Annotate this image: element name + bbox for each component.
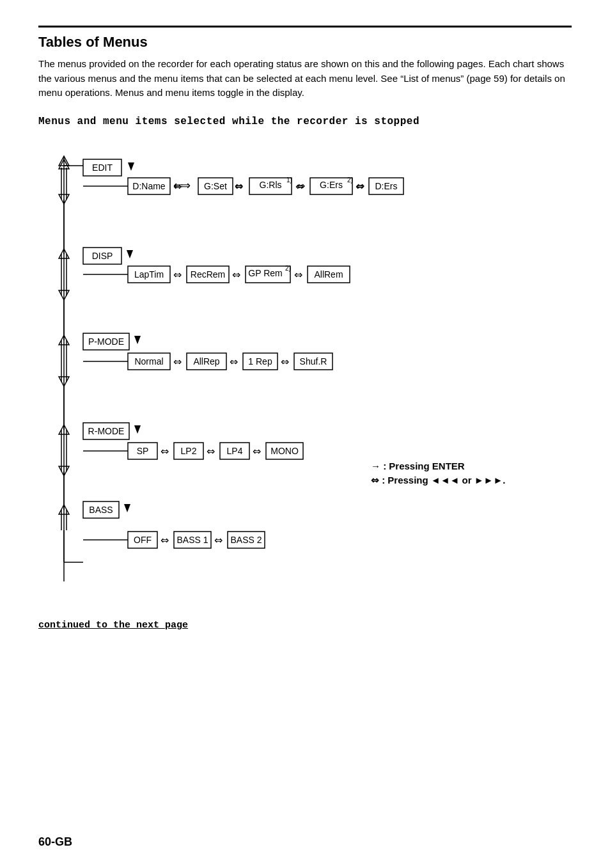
- subsection-title: Menus and menu items selected while the …: [38, 116, 572, 127]
- svg-text:BASS 2: BASS 2: [230, 535, 262, 545]
- svg-text:⇔: ⇔: [294, 269, 302, 280]
- svg-text:LapTim: LapTim: [134, 269, 164, 280]
- svg-text:⇔: ⇔: [232, 269, 240, 280]
- svg-text:⇔: ⇔: [214, 535, 223, 546]
- svg-text:1): 1): [286, 177, 292, 184]
- svg-text:⇔: ⇔: [207, 446, 215, 457]
- diagram-area: EDIT D:Name ⇐ ⇒ G:Set ⇔ G:Rls 1): [45, 146, 569, 613]
- continued-text: continued to the next page: [38, 613, 572, 631]
- svg-text:LP4: LP4: [227, 446, 243, 456]
- svg-text:G:Set: G:Set: [204, 181, 227, 191]
- svg-text:DISP: DISP: [92, 251, 113, 261]
- svg-text:Shuf.R: Shuf.R: [300, 356, 327, 367]
- svg-text:LP2: LP2: [181, 446, 197, 456]
- svg-text:→ : Pressing ENTER: → : Pressing ENTER: [371, 461, 465, 471]
- svg-text:G:Rls: G:Rls: [260, 180, 282, 190]
- svg-marker-57: [134, 336, 141, 344]
- svg-text:⇔: ⇔: [173, 269, 182, 280]
- svg-text:⇔: ⇔: [281, 356, 289, 367]
- svg-text:⇔: ⇔: [235, 181, 243, 192]
- svg-text:AllRem: AllRem: [314, 269, 343, 280]
- svg-marker-96: [124, 504, 130, 512]
- svg-text:⇔: ⇔: [356, 181, 364, 192]
- svg-text:R-MODE: R-MODE: [88, 426, 125, 436]
- svg-text:⇔: ⇔: [253, 446, 261, 457]
- svg-text:OFF: OFF: [134, 535, 152, 545]
- svg-text:⇔: ⇔: [230, 356, 238, 367]
- svg-text:⇔: ⇔: [160, 535, 169, 546]
- svg-text:BASS: BASS: [89, 505, 113, 515]
- svg-marker-3: [128, 162, 134, 171]
- svg-text:⇔: ⇔: [295, 181, 304, 192]
- svg-marker-76: [134, 425, 141, 434]
- svg-text:⇔: ⇔: [173, 181, 182, 192]
- section-title: Tables of Menus: [38, 34, 572, 51]
- svg-text:2): 2): [347, 177, 353, 184]
- svg-text:Normal: Normal: [134, 356, 163, 367]
- svg-text:G:Ers: G:Ers: [320, 180, 343, 190]
- diagram-svg: EDIT D:Name ⇐ ⇒ G:Set ⇔ G:Rls 1): [45, 146, 569, 613]
- svg-text:MONO: MONO: [270, 446, 299, 456]
- svg-text:⇔: ⇔: [173, 356, 182, 367]
- top-border: [38, 26, 572, 28]
- svg-text:⇔ : Pressing ◄◄◄ or ►►►.: ⇔ : Pressing ◄◄◄ or ►►►.: [371, 475, 505, 485]
- svg-text:⇒: ⇒: [181, 179, 191, 192]
- svg-text:⇔: ⇔: [160, 446, 169, 457]
- intro-text: The menus provided on the recorder for e…: [38, 57, 572, 100]
- svg-text:D:Name: D:Name: [132, 181, 166, 191]
- svg-text:1 Rep: 1 Rep: [248, 356, 272, 367]
- svg-text:2): 2): [285, 265, 291, 272]
- svg-text:AllRep: AllRep: [193, 356, 219, 367]
- svg-text:GP Rem: GP Rem: [248, 268, 282, 278]
- svg-text:BASS 1: BASS 1: [176, 535, 208, 545]
- svg-text:RecRem: RecRem: [191, 269, 225, 280]
- svg-text:D:Ers: D:Ers: [375, 181, 398, 191]
- svg-text:P-MODE: P-MODE: [88, 336, 124, 347]
- svg-text:SP: SP: [137, 446, 149, 456]
- svg-text:EDIT: EDIT: [92, 162, 113, 173]
- page-number: 60-GB: [38, 835, 72, 849]
- svg-marker-37: [127, 250, 133, 258]
